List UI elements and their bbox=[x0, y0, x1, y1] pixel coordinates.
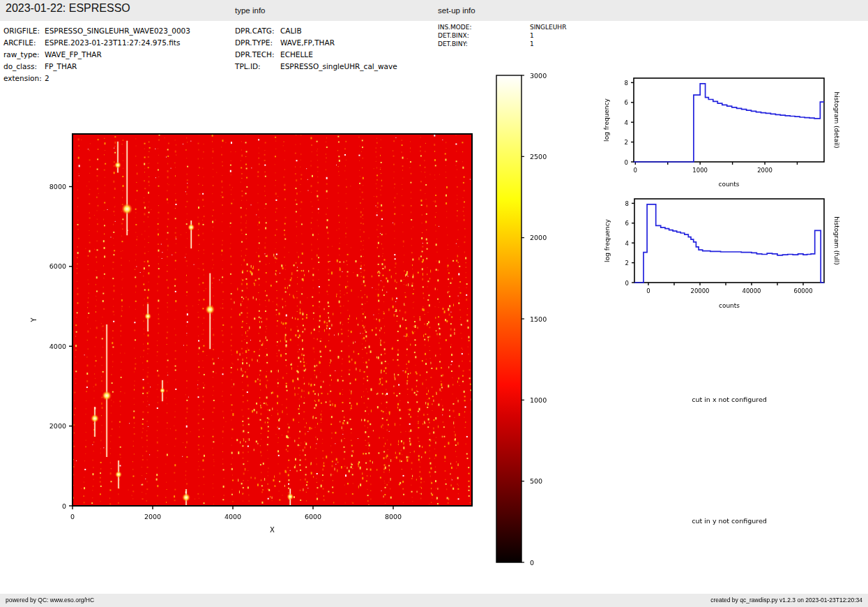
setup-info-row: DET.BINX:1 bbox=[438, 31, 566, 40]
setup-info-row: DET.BINY:1 bbox=[438, 40, 566, 48]
svg-text:0: 0 bbox=[530, 559, 534, 567]
svg-text:4: 4 bbox=[625, 119, 628, 126]
field-value: ESPRESSO_singleUHR_cal_wave bbox=[280, 62, 397, 70]
file-info-row: ORIGFILE:ESPRESSO_SINGLEUHR_WAVE023_0003 bbox=[3, 25, 190, 37]
raw-detector-image bbox=[73, 134, 472, 506]
svg-text:0: 0 bbox=[625, 280, 629, 287]
footer-bar: powered by QC: www.eso.org/HC created by… bbox=[0, 594, 868, 607]
svg-text:2: 2 bbox=[625, 260, 629, 267]
footer-created-by: created by qc_rawdisp.py v1.2.3 on 2023-… bbox=[710, 594, 862, 607]
field-label: DPR.CATG: bbox=[235, 25, 280, 37]
field-label: DPR.TECH: bbox=[235, 49, 280, 61]
field-value: WAVE,FP,THAR bbox=[280, 38, 335, 47]
field-value: WAVE_FP_THAR bbox=[45, 50, 102, 59]
field-label: DET.BINX: bbox=[438, 31, 530, 40]
svg-text:0: 0 bbox=[62, 502, 66, 510]
svg-text:2500: 2500 bbox=[530, 153, 547, 160]
field-value: 1 bbox=[530, 32, 534, 39]
field-value: CALIB bbox=[280, 27, 302, 35]
svg-text:40000: 40000 bbox=[742, 287, 761, 294]
type-info-block: DPR.CATG:CALIB DPR.TYPE:WAVE,FP,THAR DPR… bbox=[235, 25, 397, 73]
setup-info-heading: set-up info bbox=[438, 6, 475, 15]
svg-text:counts: counts bbox=[718, 181, 739, 188]
field-value: 2 bbox=[45, 74, 50, 82]
field-value: 1 bbox=[530, 40, 534, 47]
field-label: raw_type: bbox=[3, 49, 45, 61]
svg-text:Y: Y bbox=[30, 317, 38, 323]
svg-text:2000: 2000 bbox=[757, 167, 772, 174]
page-title: 2023-01-22: ESPRESSO bbox=[6, 2, 130, 15]
svg-text:6: 6 bbox=[625, 99, 628, 106]
svg-text:log frequency: log frequency bbox=[603, 98, 610, 141]
type-info-row: TPL.ID:ESPRESSO_singleUHR_cal_wave bbox=[235, 61, 397, 73]
type-info-row: DPR.TYPE:WAVE,FP,THAR bbox=[235, 37, 397, 49]
svg-text:4000: 4000 bbox=[224, 513, 241, 520]
svg-text:1500: 1500 bbox=[530, 315, 547, 323]
svg-text:6000: 6000 bbox=[305, 513, 321, 520]
field-label: ORIGFILE: bbox=[3, 25, 45, 37]
svg-text:8000: 8000 bbox=[50, 183, 66, 190]
svg-text:1000: 1000 bbox=[530, 396, 547, 404]
svg-text:0: 0 bbox=[625, 159, 628, 166]
file-info-row: ARCFILE:ESPRE.2023-01-23T11:27:24.975.fi… bbox=[3, 37, 190, 49]
file-info-row: raw_type:WAVE_FP_THAR bbox=[3, 49, 190, 61]
field-label: do_class: bbox=[3, 61, 45, 73]
type-info-heading: type info bbox=[235, 6, 265, 15]
svg-text:2000: 2000 bbox=[50, 422, 66, 430]
field-value: ESPRESSO_SINGLEUHR_WAVE023_0003 bbox=[45, 27, 190, 35]
field-label: DPR.TYPE: bbox=[235, 37, 280, 49]
svg-text:2000: 2000 bbox=[144, 513, 161, 520]
file-info-block: ORIGFILE:ESPRESSO_SINGLEUHR_WAVE023_0003… bbox=[3, 25, 190, 84]
svg-text:60000: 60000 bbox=[794, 287, 813, 294]
setup-info-block: INS.MODE:SINGLEUHR DET.BINX:1 DET.BINY:1 bbox=[438, 23, 566, 48]
svg-text:histogram (detail): histogram (detail) bbox=[833, 92, 840, 149]
svg-text:counts: counts bbox=[719, 302, 740, 309]
svg-text:8: 8 bbox=[625, 80, 628, 87]
field-value: FP_THAR bbox=[45, 62, 77, 70]
svg-text:6000: 6000 bbox=[50, 262, 66, 270]
field-label: extension: bbox=[3, 73, 45, 84]
colorbar-gradient bbox=[496, 75, 521, 562]
setup-info-row: INS.MODE:SINGLEUHR bbox=[438, 23, 566, 31]
field-label: DET.BINY: bbox=[438, 40, 530, 48]
file-info-row: do_class:FP_THAR bbox=[3, 61, 190, 73]
type-info-row: DPR.TECH:ECHELLE bbox=[235, 49, 397, 61]
field-value: SINGLEUHR bbox=[530, 24, 566, 31]
svg-text:histogram (full): histogram (full) bbox=[833, 216, 840, 264]
file-info-row: extension:2 bbox=[3, 73, 190, 84]
svg-text:1000: 1000 bbox=[692, 167, 708, 174]
field-label: INS.MODE: bbox=[438, 23, 530, 31]
svg-text:8: 8 bbox=[625, 200, 629, 207]
svg-text:3000: 3000 bbox=[530, 72, 547, 80]
header-bar: 2023-01-22: ESPRESSO type info set-up in… bbox=[0, 0, 868, 21]
svg-text:20000: 20000 bbox=[690, 287, 709, 294]
svg-text:0: 0 bbox=[646, 287, 650, 294]
footer-powered-by: powered by QC: www.eso.org/HC bbox=[6, 594, 94, 607]
field-label: TPL.ID: bbox=[235, 61, 280, 73]
svg-text:2000: 2000 bbox=[530, 234, 547, 241]
svg-text:500: 500 bbox=[530, 477, 542, 485]
svg-text:4: 4 bbox=[625, 240, 629, 247]
svg-text:log frequency: log frequency bbox=[604, 218, 611, 262]
cut-x-message: cut in x not configured bbox=[646, 396, 813, 403]
svg-text:0: 0 bbox=[70, 513, 75, 520]
svg-text:4000: 4000 bbox=[50, 343, 66, 350]
svg-text:X: X bbox=[270, 526, 275, 534]
svg-text:6: 6 bbox=[625, 220, 629, 227]
svg-text:8000: 8000 bbox=[385, 513, 402, 520]
field-value: ESPRE.2023-01-23T11:27:24.975.fits bbox=[45, 38, 180, 47]
qc-report-page: 2023-01-22: ESPRESSO type info set-up in… bbox=[0, 0, 868, 607]
field-label: ARCFILE: bbox=[3, 37, 45, 49]
field-value: ECHELLE bbox=[280, 50, 313, 59]
cut-y-message: cut in y not configured bbox=[646, 517, 813, 525]
type-info-row: DPR.CATG:CALIB bbox=[235, 25, 397, 37]
svg-text:2: 2 bbox=[625, 139, 628, 146]
svg-text:0: 0 bbox=[634, 167, 637, 174]
